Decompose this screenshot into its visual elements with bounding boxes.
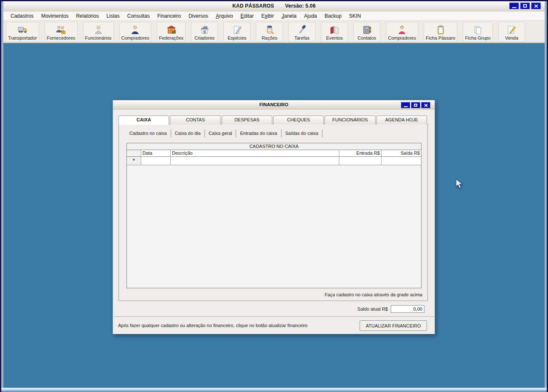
toolbar-compradores2-button[interactable]: Compradores <box>386 22 418 42</box>
toolbar-fornecedores-button[interactable]: Fornecedores <box>45 22 78 42</box>
close-button[interactable] <box>531 3 541 9</box>
close-icon <box>424 104 428 107</box>
menu-relatorios[interactable]: Relatórios <box>72 12 102 20</box>
grid-empty-area <box>127 165 421 288</box>
menu-diversos[interactable]: Diversos <box>185 12 212 20</box>
menu-movimentos[interactable]: Movimentos <box>38 12 73 20</box>
toolbar-eventos-button[interactable]: Eventos <box>321 22 348 42</box>
tab-caixa[interactable]: CAIXA <box>118 115 169 125</box>
subtab-caixa-do-dia[interactable]: Caixa do dia <box>171 129 205 137</box>
menu-cadastros[interactable]: Cadastros <box>7 12 38 20</box>
cell-data[interactable] <box>141 157 171 165</box>
column-header-entrada[interactable]: Entrada R$ <box>339 150 381 156</box>
toolbar-label: Compradores <box>121 35 150 41</box>
toolbar-ficha-grupo-button[interactable]: Ficha Grupo <box>463 22 493 42</box>
federation-building-icon <box>166 24 177 35</box>
species-paper-icon <box>231 24 243 35</box>
caixa-subtabs: Cadastro no caixa Caixa do dia Caixa ger… <box>126 129 322 137</box>
financeiro-close-button[interactable] <box>421 102 430 108</box>
minimize-icon <box>512 7 516 8</box>
subtab-saidas-do-caixa[interactable]: Saídas do caixa <box>282 129 322 137</box>
group-card-papers-icon <box>472 24 484 35</box>
buyer-woman-icon <box>396 24 408 35</box>
column-header-saida[interactable]: Saída R$ <box>381 150 421 156</box>
grid-header-row: Data Descrição Entrada R$ Saída R$ <box>127 150 421 157</box>
toolbar-label: Fornecedores <box>47 35 75 41</box>
close-icon <box>534 4 538 8</box>
toolbar-compradores-button[interactable]: Compradores <box>119 22 152 42</box>
toolbar-criadores-button[interactable]: Criadores <box>191 22 218 42</box>
menu-listas[interactable]: Listas <box>102 12 123 20</box>
toolbar-label: Transportador <box>8 35 37 41</box>
atualizar-financeiro-button[interactable]: ATUALIZAR FINANCEIRO <box>360 320 427 331</box>
toolbar-label: Eventos <box>326 35 343 41</box>
financeiro-maximize-button[interactable] <box>411 102 420 108</box>
tab-cheques[interactable]: CHEQUES <box>273 115 324 124</box>
saldo-label: Saldo atual R$ <box>357 306 388 311</box>
menu-ajuda[interactable]: Ajuda <box>300 12 321 20</box>
truck-icon <box>17 24 28 35</box>
subtab-cadastro-no-caixa[interactable]: Cadastro no caixa <box>126 129 171 137</box>
saldo-input[interactable] <box>391 305 424 313</box>
saldo-row: Saldo atual R$ <box>357 305 424 313</box>
desktop: { "window": { "title": "KAD PÁSSAROS", "… <box>0 0 548 392</box>
toolbar-venda-button[interactable]: Venda <box>498 22 525 42</box>
maximize-icon <box>523 4 527 8</box>
toolbar-racoes-button[interactable]: Rações <box>256 22 283 42</box>
toolbar-federacoes-button[interactable]: Federações <box>157 22 185 42</box>
column-header-descricao[interactable]: Descrição <box>171 150 339 156</box>
menu-backup[interactable]: Backup <box>321 12 345 20</box>
toolbar-label: Funcionários <box>85 35 112 41</box>
menu-skin[interactable]: SKIN <box>345 12 365 20</box>
financeiro-minimize-button[interactable] <box>401 102 410 108</box>
tab-despesas[interactable]: DESPESAS <box>222 115 272 124</box>
cell-saida[interactable] <box>381 157 421 165</box>
app-titlebar: KAD PÁSSAROSVersão: 5.06 <box>3 1 545 11</box>
toolbar-label: Rações <box>262 35 277 41</box>
toolbar-label: Ficha Pássaro <box>426 35 455 41</box>
toolbar-label: Federações <box>159 35 183 41</box>
app-name: KAD PÁSSAROS <box>232 3 274 9</box>
tab-funcionarios[interactable]: FUNCIONÁRIOS <box>325 115 375 124</box>
toolbar-ficha-passaro-button[interactable]: Ficha Pássaro <box>424 22 457 42</box>
column-header-data[interactable]: Data <box>141 150 171 156</box>
contacts-book-icon <box>361 24 373 35</box>
bird-card-clipboard-icon <box>435 24 446 35</box>
toolbar-funcionarios-button[interactable]: Funcionários <box>83 22 114 42</box>
toolbar-tarefas-button[interactable]: Tarefas <box>288 22 315 42</box>
minimize-button[interactable] <box>509 3 519 9</box>
maximize-button[interactable] <box>520 3 530 9</box>
minimize-icon <box>404 106 408 107</box>
grid-title: CADASTRO NO CAIXA <box>127 143 421 150</box>
grid-new-row[interactable]: * <box>127 157 421 165</box>
menu-editar[interactable]: Editar <box>237 12 258 20</box>
toolbar-label: Venda <box>505 35 518 41</box>
caixa-tab-panel: Cadastro no caixa Caixa do dia Caixa ger… <box>118 124 428 301</box>
footer-note: Após fazer qualquer cadastro ou alteraçã… <box>118 323 354 328</box>
subtab-caixa-geral[interactable]: Caixa geral <box>205 129 236 137</box>
window-controls <box>509 3 541 9</box>
menu-financeiro[interactable]: Financeiro <box>153 12 185 20</box>
menu-exibir[interactable]: Exibir <box>258 12 278 20</box>
employee-icon <box>93 24 104 35</box>
row-selector-header <box>127 150 141 156</box>
feed-jar-icon <box>264 24 275 35</box>
toolbar-especies-button[interactable]: Espécies <box>223 22 250 42</box>
menu-consultas[interactable]: Consultas <box>124 12 153 20</box>
financeiro-titlebar[interactable]: FINANCEIRO <box>113 100 435 110</box>
subtab-entradas-do-caixa[interactable]: Entradas do caixa <box>236 129 281 137</box>
app-version: Versão: 5.06 <box>285 3 315 9</box>
toolbar-label: Ficha Grupo <box>465 35 491 41</box>
tab-contas[interactable]: CONTAS <box>170 115 220 124</box>
tab-agenda-hoje[interactable]: AGENDA HOJE <box>376 115 427 124</box>
maximize-icon <box>414 104 417 107</box>
toolbar-contatos-button[interactable]: Contatos <box>353 22 380 42</box>
toolbar-transportador-button[interactable]: Transportador <box>6 22 39 42</box>
cell-entrada[interactable] <box>339 157 381 165</box>
menu-arquivo[interactable]: Arquivo <box>212 12 237 20</box>
menu-bar: Cadastros Movimentos Relatórios Listas C… <box>3 11 545 21</box>
cell-descricao[interactable] <box>171 157 339 165</box>
menu-janela[interactable]: Janela <box>278 12 300 20</box>
grid-hint-text: Faça cadastro no caixa através da grade … <box>325 292 422 297</box>
new-row-selector: * <box>127 157 141 165</box>
